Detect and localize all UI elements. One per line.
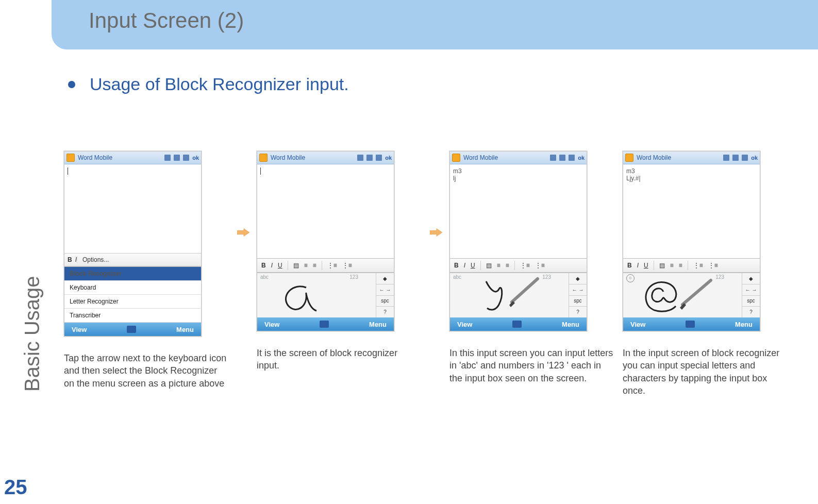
menu-softkey[interactable]: Menu	[735, 321, 753, 328]
bold-button[interactable]: B	[64, 256, 75, 263]
format-toolbar: B I U ▤ ≡ ≡ ⋮≡ ⋮≡	[257, 258, 394, 273]
rec-arrows[interactable]: ← →	[569, 284, 587, 296]
numbering-icon[interactable]: ⋮≡	[707, 262, 719, 269]
input-toggle-icon[interactable]	[686, 321, 695, 328]
device-screenshot-1: Word Mobile ok B I Options...	[64, 151, 202, 337]
rec-enter-spc[interactable]: spc	[742, 296, 760, 307]
align-center-icon[interactable]: ≡	[303, 262, 309, 269]
doc-line-2: lj	[453, 175, 583, 182]
titlebar: Word Mobile ok	[623, 152, 760, 164]
symbol-mode-icon[interactable]: ○	[626, 274, 635, 282]
menu-item-keyboard[interactable]: Keyboard	[64, 281, 201, 295]
menu-softkey[interactable]: Menu	[369, 321, 387, 328]
arrow-1	[237, 228, 249, 237]
bullet-line: Usage of Block Recognizer input.	[68, 74, 818, 94]
bullets-icon[interactable]: ⋮≡	[326, 262, 338, 269]
app-title: Word Mobile	[271, 154, 305, 161]
rec-arrows[interactable]: ← →	[742, 284, 760, 296]
numbering-icon[interactable]: ⋮≡	[534, 262, 546, 269]
rec-enter-spc[interactable]: spc	[569, 296, 587, 307]
rec-bullet[interactable]: ◆	[569, 273, 587, 284]
softkey-bar: View Menu	[64, 323, 201, 336]
ok-softkey[interactable]: ok	[385, 155, 392, 161]
align-right-icon[interactable]: ≡	[312, 262, 318, 269]
align-right-icon[interactable]: ≡	[505, 262, 510, 269]
align-left-icon[interactable]: ▤	[658, 262, 666, 269]
bullet-text: Usage of Block Recognizer input.	[90, 74, 349, 94]
bold-button[interactable]: B	[626, 262, 633, 269]
recognizer-panel[interactable]: abc 123 ◆ ← → spc ?	[257, 273, 394, 317]
rec-question[interactable]: ?	[742, 307, 760, 317]
rec-question[interactable]: ?	[376, 307, 394, 317]
titlebar: Word Mobile ok	[257, 152, 394, 164]
app-icon	[259, 154, 268, 162]
caption-3: In this input screen you can input lette…	[449, 347, 614, 384]
titlebar: Word Mobile ok	[64, 152, 201, 164]
section-label: Basic Usage	[0, 155, 31, 309]
menu-item-transcriber[interactable]: Transcriber	[64, 309, 201, 323]
view-softkey[interactable]: View	[457, 321, 472, 328]
italic-button[interactable]: I	[636, 262, 640, 269]
italic-button[interactable]: I	[463, 262, 466, 269]
input-toggle-icon[interactable]	[320, 321, 329, 328]
volume-icon	[569, 155, 575, 161]
connection-icon	[357, 155, 363, 161]
softkey-bar: View Menu	[450, 317, 587, 331]
align-right-icon[interactable]: ≡	[678, 262, 683, 269]
bold-button[interactable]: B	[453, 262, 460, 269]
app-icon	[625, 154, 633, 162]
align-center-icon[interactable]: ≡	[496, 262, 502, 269]
underline-button[interactable]: U	[470, 262, 476, 269]
view-softkey[interactable]: View	[72, 326, 87, 333]
input-toggle-icon[interactable]	[127, 326, 136, 333]
rec-question[interactable]: ?	[569, 307, 587, 317]
view-softkey[interactable]: View	[264, 321, 279, 328]
input-toggle-icon[interactable]	[512, 321, 522, 328]
abc-hint: abc	[260, 274, 269, 280]
123-hint: 123	[715, 274, 724, 280]
page-number: 25	[4, 476, 27, 499]
caption-1: Tap the arrow next to the keyboard icon …	[64, 352, 229, 390]
menu-softkey[interactable]: Menu	[562, 321, 579, 328]
rec-bullet[interactable]: ◆	[742, 273, 760, 284]
bullets-icon[interactable]: ⋮≡	[692, 262, 704, 269]
bullets-icon[interactable]: ⋮≡	[519, 262, 531, 269]
view-softkey[interactable]: View	[630, 321, 645, 328]
bullet-dot-icon	[68, 81, 75, 88]
ok-softkey[interactable]: ok	[192, 155, 199, 161]
app-icon	[452, 154, 460, 162]
rec-enter-spc[interactable]: spc	[376, 296, 394, 307]
document-area: m3 Ljy.#|	[623, 164, 760, 258]
align-left-icon[interactable]: ▤	[485, 262, 493, 269]
caption-2: It is the screen of block recognizer inp…	[257, 347, 422, 372]
underline-button[interactable]: U	[643, 262, 649, 269]
rec-bullet[interactable]: ◆	[376, 273, 394, 284]
align-center-icon[interactable]: ≡	[669, 262, 675, 269]
numbering-icon[interactable]: ⋮≡	[341, 262, 353, 269]
device-screenshot-4: Word Mobile ok m3 Ljy.#| B I U	[623, 151, 760, 331]
signal-icon	[732, 155, 739, 161]
underline-button[interactable]: U	[277, 262, 283, 269]
connection-icon	[723, 155, 729, 161]
signal-icon	[559, 155, 565, 161]
volume-icon	[376, 155, 382, 161]
handwriting-stroke-y	[481, 276, 543, 314]
menu-item-block-recognizer[interactable]: Block Recognizer	[64, 267, 201, 281]
bold-button[interactable]: B	[260, 262, 267, 269]
ok-softkey[interactable]: ok	[751, 155, 758, 161]
page-title: Input Screen (2)	[89, 8, 244, 33]
document-area	[64, 164, 201, 253]
rec-arrows[interactable]: ← →	[376, 284, 394, 296]
recognizer-panel[interactable]: 123 ○ ◆ ← →	[623, 273, 760, 317]
menu-item-letter-recognizer[interactable]: Letter Recognizer	[64, 295, 201, 309]
menu-softkey[interactable]: Menu	[176, 326, 194, 333]
align-left-icon[interactable]: ▤	[292, 262, 300, 269]
recognizer-panel[interactable]: abc 123 ◆ ← →	[450, 273, 587, 317]
volume-icon	[742, 155, 748, 161]
format-toolbar: B I U ▤ ≡ ≡ ⋮≡ ⋮≡	[450, 258, 587, 273]
softkey-bar: View Menu	[623, 317, 760, 331]
options-button[interactable]: Options...	[77, 256, 114, 263]
ok-softkey[interactable]: ok	[578, 155, 585, 161]
italic-button[interactable]: I	[270, 262, 274, 269]
arrow-2	[430, 228, 442, 237]
